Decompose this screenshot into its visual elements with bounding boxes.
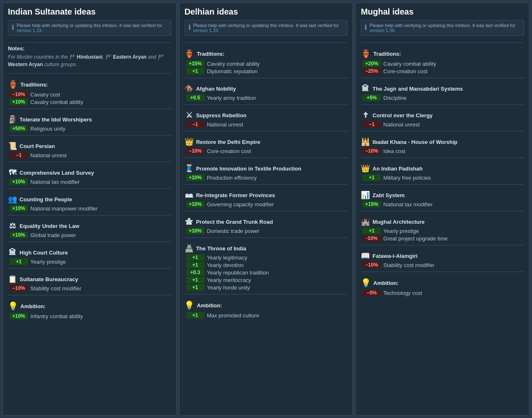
idea-title: Ibadat Khana - House of Worship [372,139,457,145]
notice-text: Please help with verifying or updating t… [369,23,520,33]
stat-line: +50%Religious unity [8,125,171,132]
stat-badge: −10% [362,262,381,268]
stat-badge: +1 [186,312,204,319]
stat-badge: −10% [10,285,28,292]
info-icon: ℹ [12,23,14,31]
idea-title: Re-integrate Former Provinces [196,192,275,198]
idea-icon: 🧵 [185,164,194,173]
idea-icon: 🕌 [361,137,370,146]
traditions-icon: 🏺 [8,79,18,89]
stat-line: +1Yearly horde unity [185,284,348,291]
stat-line: +15%Cavalry combat ability [185,60,348,67]
divider [185,294,348,294]
idea-name: 🕌Ibadat Khana - House of Worship [361,137,524,146]
traditions-header: 🏺Traditions: [8,79,171,89]
idea-icon: 📖 [361,251,370,260]
idea-icon: 🏇 [185,84,194,93]
stat-line: +10%Global trade power [8,232,171,238]
version-link[interactable]: version 1.33 [193,28,218,33]
idea-name: 📖Fatawa-i-Alamgiri [361,251,524,260]
stat-text: Military free policies [383,175,431,181]
ambition-header: 💡Ambition: [185,300,348,310]
stat-text: Global trade power [30,232,76,238]
idea-name: 🏛The Jagir and Mansabdari Systems [361,84,524,93]
stat-text: Cavalry combat ability [383,61,436,67]
stat-text: Production efficiency [207,175,257,181]
stat-text: National tax modifier [383,201,433,208]
idea-title: The Throne of India [196,245,246,252]
info-icon: ℹ [188,23,191,31]
stat-badge: +5% [362,94,381,101]
stat-badge: −10% [186,148,204,154]
ambition-label: Ambition: [20,303,46,309]
infobox-notice: ℹPlease help with verifying or updating … [8,20,171,36]
stat-badge: +1 [186,284,204,291]
panel-title: Delhian ideas [185,7,348,17]
idea-icon: 🏘 [185,190,194,200]
divider [361,42,524,43]
divider [8,109,171,109]
stat-text: Stability cost modifier [30,285,81,292]
stat-text: Domestic trade power [207,228,259,234]
idea-name: 👑Restore the Delhi Empire [185,137,348,146]
stat-badge: −1 [10,152,28,158]
traditions-label: Traditions: [197,51,224,57]
stat-badge: +15% [186,60,204,67]
stat-text: National unrest [30,152,66,158]
stat-badge: +10% [186,228,204,234]
panel-title: Indian Sultanate ideas [8,7,171,17]
divider [8,135,171,136]
idea-name: 🗿Tolerate the Idol Worshipers [8,115,171,124]
divider [8,162,171,162]
idea-title: Afghan Nobility [196,86,236,92]
ambition-label: Ambition: [373,280,399,286]
divider [185,131,348,131]
stat-line: +15%National tax modifier [361,201,524,208]
panel-indian-sultanate: Indian Sultanate ideasℹPlease help with … [2,2,177,416]
divider [185,78,348,78]
stat-line: +1Yearly devotion [185,262,348,268]
idea-title: Zabt System [372,192,404,198]
idea-name: ⚖Equality Under the Law [8,221,171,230]
traditions-header: 🏺Traditions: [185,49,348,59]
idea-name: ⚔Suppress Rebellion [185,111,348,120]
stat-text: Cavalry cost [30,92,60,98]
version-link[interactable]: version 1.33 [17,28,42,33]
stat-line: +10%National tax modifier [8,178,171,185]
stat-line: +5%Discipline [361,94,524,101]
divider [361,158,524,158]
panel-delhian: Delhian ideasℹPlease help with verifying… [179,2,353,416]
divider [361,131,524,131]
stat-line: +0.3Yearly republican tradition [185,269,348,276]
stat-badge: −10% [10,91,28,98]
ambition-icon: 💡 [8,301,18,311]
idea-icon: ⚖ [8,221,17,230]
stat-badge: +1 [186,262,204,268]
stat-badge: −1 [362,121,381,128]
divider [8,73,171,74]
stat-text: Yearly meritocracy [207,277,251,283]
stat-line: +10%National manpower modifier [8,205,171,212]
idea-icon: ⚔ [185,111,194,120]
divider [185,104,348,105]
stat-badge: −5% [362,289,381,296]
version-link[interactable]: version 1.36 [369,28,394,33]
stat-badge: +1 [186,68,204,74]
divider [8,215,171,215]
idea-title: Control over the Clergy [372,112,432,119]
stat-line: +1Max promoted culture [185,312,348,319]
stat-badge: +10% [10,205,28,212]
info-icon: ℹ [365,23,367,31]
stat-badge: +1 [10,258,28,265]
divider [8,42,171,43]
idea-icon: 👑 [185,137,194,146]
divider [8,295,171,295]
stat-text: Religious unity [30,126,66,132]
ambition-icon: 💡 [185,300,195,310]
stat-badge: +10% [186,174,204,181]
stat-line: −1National unrest [361,121,524,128]
divider [185,42,348,43]
idea-title: Equality Under the Law [20,223,79,229]
traditions-icon: 🏺 [361,49,371,59]
stat-text: Core-creation cost [383,68,427,74]
